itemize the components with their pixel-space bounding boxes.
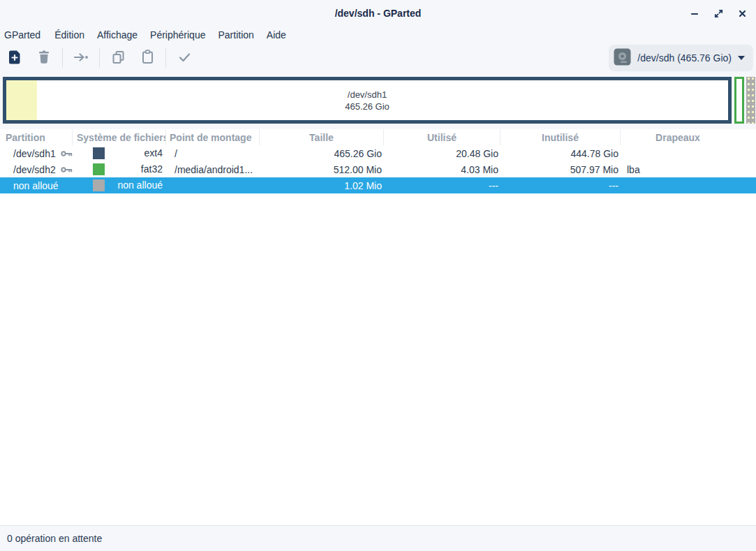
disk-used-space (6, 80, 37, 120)
menu-edition[interactable]: Édition (48, 28, 91, 42)
mount-point: / (166, 148, 260, 159)
column-header-mountpoint[interactable]: Point de montage (166, 129, 260, 145)
partition-name: /dev/sdh2 (13, 164, 56, 175)
column-header-filesystem[interactable]: Système de fichiers (73, 129, 166, 145)
apply-button[interactable] (170, 46, 199, 70)
disk-visual: /dev/sdh1 465.26 Gio (0, 73, 756, 129)
mount-point: /media/android1... (166, 164, 260, 175)
minimize-button[interactable] (686, 5, 703, 22)
paste-button[interactable] (133, 46, 162, 70)
partition-name: non alloué (13, 180, 59, 191)
disk-segment-sdh2[interactable] (734, 77, 744, 124)
window-title: /dev/sdh - GParted (0, 8, 756, 19)
unused-value: 444.78 Gio (501, 148, 621, 159)
menubar: GParted Édition Affichage Périphérique P… (0, 27, 756, 43)
new-partition-button[interactable] (0, 46, 29, 70)
maximize-icon (713, 8, 724, 19)
device-selector-label: /dev/sdh (465.76 Gio) (637, 52, 732, 64)
filesystem-name: non alloué (117, 179, 163, 191)
toolbar-separator (165, 48, 166, 68)
titlebar: /dev/sdh - GParted (0, 0, 756, 27)
device-selector[interactable]: /dev/sdh (465.76 Gio) (609, 45, 753, 71)
size-value: 1.02 Mio (260, 180, 384, 191)
resize-move-icon (73, 52, 89, 65)
menu-partition[interactable]: Partition (212, 28, 260, 42)
close-button[interactable] (734, 5, 750, 22)
column-header-flags[interactable]: Drapeaux (621, 129, 756, 145)
new-partition-icon (8, 50, 22, 67)
check-icon (178, 52, 191, 65)
delete-partition-button[interactable] (29, 46, 59, 70)
table-row-unallocated[interactable]: non alloué non alloué 1.02 Mio --- --- (0, 177, 756, 193)
unused-value: --- (501, 180, 621, 191)
trash-icon (37, 50, 51, 66)
column-header-partition[interactable]: Partition (0, 129, 73, 145)
menu-gparted[interactable]: GParted (4, 28, 47, 42)
partition-table: Partition Système de fichiers Point de m… (0, 129, 756, 525)
menu-aide[interactable]: Aide (260, 28, 292, 42)
disk-segment-label: /dev/sdh1 (345, 89, 390, 101)
column-header-used[interactable]: Utilisé (384, 129, 501, 145)
copy-button[interactable] (103, 46, 133, 70)
statusbar: 0 opération en attente (0, 525, 756, 551)
disk-segment-size: 465.26 Gio (345, 101, 390, 112)
used-value: 4.03 Mio (384, 164, 501, 175)
toolbar-separator (99, 48, 100, 68)
chevron-down-icon (738, 56, 745, 60)
key-icon (61, 166, 73, 173)
partition-name: /dev/sdh1 (13, 148, 56, 159)
unused-value: 507.97 Mio (501, 164, 621, 175)
close-icon (738, 9, 747, 18)
size-value: 512.00 Mio (260, 164, 384, 175)
menu-peripherique[interactable]: Périphérique (144, 28, 212, 42)
table-row-sdh2[interactable]: /dev/sdh2 fat32 /media/android1... 512.0… (0, 161, 756, 177)
used-value: 20.48 Gio (384, 148, 501, 159)
used-value: --- (384, 180, 501, 191)
filesystem-name: fat32 (141, 163, 163, 175)
menu-affichage[interactable]: Affichage (91, 28, 144, 42)
toolbar: /dev/sdh (465.76 Gio) (0, 43, 756, 73)
size-value: 465.26 Gio (260, 148, 384, 159)
resize-move-button[interactable] (66, 46, 96, 70)
filesystem-color-swatch (93, 179, 105, 191)
column-header-size[interactable]: Taille (260, 129, 384, 145)
maximize-button[interactable] (710, 5, 727, 22)
key-icon (61, 150, 73, 157)
flags-value: lba (621, 164, 756, 175)
copy-icon (112, 50, 125, 66)
filesystem-name: ext4 (144, 147, 163, 159)
toolbar-separator (62, 48, 63, 68)
paste-icon (141, 50, 154, 66)
window-controls (686, 5, 756, 22)
table-header: Partition Système de fichiers Point de m… (0, 129, 756, 145)
hard-drive-icon (614, 48, 631, 68)
table-row-sdh1[interactable]: /dev/sdh1 ext4 / 465.26 Gio 20.48 Gio 44… (0, 145, 756, 161)
column-header-unused[interactable]: Inutilisé (501, 129, 621, 145)
filesystem-color-swatch (93, 163, 105, 175)
disk-segment-unallocated[interactable] (746, 77, 755, 124)
minimize-icon (690, 8, 699, 18)
filesystem-color-swatch (93, 147, 105, 159)
pending-operations-text: 0 opération en attente (7, 533, 102, 544)
disk-segment-sdh1[interactable]: /dev/sdh1 465.26 Gio (3, 77, 732, 124)
